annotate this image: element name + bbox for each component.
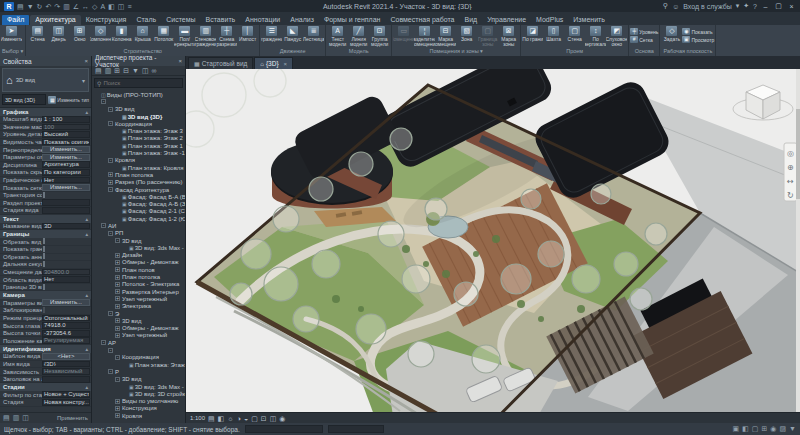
search-input[interactable] <box>103 80 173 86</box>
browser-tree-item[interactable]: -Р <box>92 368 185 375</box>
browser-tree-item[interactable]: +План потолка <box>92 273 185 280</box>
ribbon-tab-Вид[interactable]: Вид <box>460 15 483 25</box>
ribbon-tab-Системы[interactable]: Системы <box>161 15 200 25</box>
browser-tree-item[interactable]: -Координация <box>92 354 185 361</box>
ribbon-button-Разделитель помещений[interactable]: ¦Разделитель помещений <box>414 26 435 48</box>
checkbox[interactable] <box>43 238 45 244</box>
browser-tree-item[interactable]: +План полов <box>92 266 185 273</box>
ribbon-tab-Формы и генплан[interactable]: Формы и генплан <box>319 15 386 25</box>
ribbon-button-Показать[interactable]: ◉Показать <box>682 28 714 35</box>
browser-tree-item[interactable]: ▣Фасад: Фасад 2-1 (Северный <box>92 208 185 215</box>
expand-icon[interactable]: + <box>115 413 120 418</box>
browser-tree-item[interactable]: ▣План этажа: Этаж -1 <box>92 149 185 156</box>
property-value[interactable]: Нет <box>42 177 90 184</box>
ribbon-button-Слуховое окно[interactable]: ◩Слуховое окно <box>606 26 627 48</box>
browser-tree-item[interactable]: -АИ <box>92 222 185 229</box>
ribbon-button-Марка зоны[interactable]: ⊠Марка зоны <box>498 26 519 48</box>
save-icon[interactable]: ▼ <box>27 3 34 10</box>
close-icon[interactable]: × <box>84 58 88 64</box>
sync-icon[interactable]: ↻ <box>37 3 43 10</box>
ribbon-button-По грани[interactable]: ◪По грани <box>522 26 543 48</box>
collapse-icon[interactable]: - <box>108 311 113 316</box>
property-value[interactable]: Архитектура <box>42 161 90 168</box>
thin-lines-icon[interactable]: ≡ <box>127 3 131 10</box>
collapse-icon[interactable]: - <box>115 238 120 243</box>
browser-tree-item[interactable]: -РП <box>92 230 185 237</box>
checkbox[interactable] <box>43 246 45 252</box>
ribbon-button-По вертикали[interactable]: ↕По вертикали <box>585 26 606 48</box>
editable-only-icon[interactable]: ▢ <box>752 425 759 433</box>
3d-viewport[interactable]: ◎ ⊕ ↔ ↻ 1:100 ▤◧☼◑◒▢⊡◫◉ <box>186 69 800 423</box>
reveal-hidden-icon[interactable]: ◉ <box>279 415 285 422</box>
open-icon[interactable]: ▤ <box>17 3 24 10</box>
expand-icon[interactable]: + <box>115 318 120 323</box>
property-section-Границы[interactable]: Границы▴ <box>0 230 91 238</box>
property-value[interactable]: Показать оригинал <box>42 139 90 146</box>
property-value[interactable]: Нет <box>42 276 90 283</box>
checkbox[interactable] <box>43 192 45 198</box>
temporary-hide-icon[interactable]: ◫ <box>270 415 277 422</box>
expand-icon[interactable]: + <box>115 326 120 331</box>
browser-tree-item[interactable]: +Узел чертежный <box>92 295 185 302</box>
browser-settings-icon[interactable]: ◫ <box>142 67 149 75</box>
redo-icon[interactable]: ↷ <box>54 3 60 10</box>
property-value[interactable]: 74918.0 <box>42 322 90 329</box>
browser-tree-item[interactable]: +Разрез (По рассечению) <box>92 179 185 186</box>
link-select-icon[interactable]: ⊞ <box>761 425 767 433</box>
browser-tree-item[interactable]: - <box>92 346 185 353</box>
ribbon-button-Импост[interactable]: │Импост <box>237 26 258 48</box>
design-option-dropdown[interactable] <box>328 425 384 433</box>
browser-collapse-icon[interactable]: ⊟ <box>123 67 129 75</box>
ribbon-button-Зона[interactable]: ▧Зона <box>456 26 477 48</box>
browser-tree-item[interactable]: -3D вид <box>92 106 185 113</box>
selection-filter-icon[interactable]: ▼ <box>789 425 796 433</box>
ribbon-tab-Аннотации[interactable]: Аннотации <box>240 15 285 25</box>
checkbox[interactable] <box>43 284 45 290</box>
ribbon-button-Марка помещения[interactable]: ⊟Марка помещения <box>435 26 456 48</box>
crop-view-icon[interactable]: ▢ <box>251 415 258 422</box>
visual-style-icon[interactable]: ◧ <box>218 415 225 422</box>
help-icon[interactable]: ? <box>753 3 757 10</box>
edit-button[interactable]: <Нет> <box>42 353 90 360</box>
ribbon-button-Группа модели[interactable]: ⊡Группа модели <box>369 26 390 48</box>
browser-tree-item[interactable]: ▣План этажа: Этаж 1 копия <box>92 361 185 368</box>
shadows-icon[interactable]: ◑ <box>237 415 241 422</box>
pin-select-icon[interactable]: ◉ <box>770 425 776 433</box>
section-icon[interactable]: ◫ <box>118 3 125 10</box>
browser-tree-item[interactable]: -3D вид <box>92 237 185 244</box>
ribbon-tab-Анализ[interactable]: Анализ <box>285 15 319 25</box>
ribbon-button-Уровень[interactable]: ╪Уровень <box>630 28 658 35</box>
browser-tree-item[interactable]: -Кровля <box>92 157 185 164</box>
expand-icon[interactable]: + <box>115 296 120 301</box>
ribbon-tab-Вставить[interactable]: Вставить <box>201 15 241 25</box>
collapse-icon[interactable]: - <box>108 348 113 353</box>
close-icon[interactable]: × <box>284 61 288 67</box>
ribbon-button-Задать[interactable]: ◇Задать <box>661 26 682 48</box>
ribbon-button-Ограждение[interactable]: ☰Ограждение <box>261 26 282 48</box>
property-value[interactable]: 1 : 100 <box>42 116 90 123</box>
search-icon[interactable]: ⚲ <box>663 2 668 10</box>
browser-tree-item[interactable]: ▣3D вид: 3D стройка <box>92 390 185 397</box>
checkbox[interactable] <box>43 307 45 313</box>
ribbon-tab-Сталь[interactable]: Сталь <box>131 15 161 25</box>
ribbon-button-Просмотр[interactable]: ▣Просмотр <box>682 36 714 43</box>
ribbon-button-Граница зоны[interactable]: ▢Граница зоны <box>477 26 498 48</box>
crop-visibility-icon[interactable]: ⊡ <box>261 415 267 422</box>
ribbon-tab-Управление[interactable]: Управление <box>482 15 531 25</box>
browser-tree-item[interactable]: ▣Фасад: Фасад 1-2 (Южный) <box>92 215 185 222</box>
browser-tree-item[interactable]: - <box>92 98 185 105</box>
browser-sheets-icon[interactable]: ▥ <box>105 67 112 75</box>
ribbon-button-Линия модели[interactable]: ╱Линия модели <box>348 26 369 48</box>
property-value[interactable]: По категории <box>42 169 90 176</box>
browser-tree-item[interactable]: ▣План этажа: Кровля <box>92 164 185 171</box>
properties-pin-icon[interactable]: ◫ <box>22 414 29 422</box>
browser-tree-item[interactable]: +Развертка Интерьер <box>92 288 185 295</box>
browser-tree-item[interactable]: -3D вид <box>92 376 185 383</box>
browser-expand-icon[interactable]: ⊞ <box>114 67 120 75</box>
edit-button[interactable]: Изменить... <box>42 154 90 161</box>
detail-level-icon[interactable]: ▤ <box>208 415 215 422</box>
expand-icon[interactable]: + <box>115 282 120 287</box>
property-value[interactable]: Новое + Сущест... <box>42 391 90 398</box>
property-value[interactable]: Ортогональный <box>42 315 90 322</box>
ribbon-tab-Файл[interactable]: Файл <box>2 15 29 25</box>
